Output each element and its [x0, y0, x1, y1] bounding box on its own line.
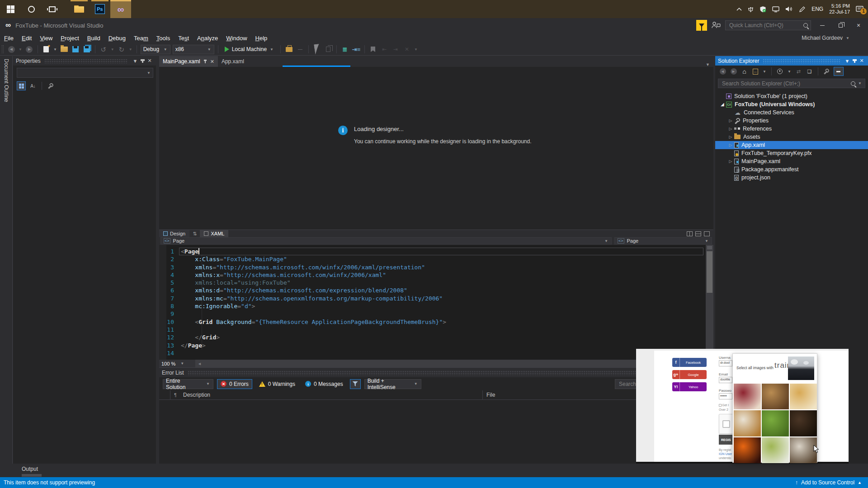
- username-field[interactable]: dr.dool: [719, 360, 732, 366]
- tree-item-package-appxmanifest[interactable]: Package.appxmanifest: [715, 165, 868, 174]
- solution-explorer-header[interactable]: Solution Explorer ▼ ✕: [715, 56, 868, 66]
- toolbar-grip[interactable]: [2, 45, 4, 53]
- code-line-10[interactable]: 10 <Grid Background="{ThemeResource Appl…: [159, 318, 703, 326]
- sync-with-active-document-button[interactable]: [751, 68, 759, 75]
- breadcrumb-right[interactable]: <> Page ▼: [614, 237, 712, 244]
- xaml-view-tab[interactable]: XAML: [200, 230, 228, 238]
- back-button[interactable]: ◄: [719, 68, 726, 75]
- warnings-filter-button[interactable]: 0 Warnings: [256, 379, 298, 389]
- copy-markup-button[interactable]: [324, 45, 333, 54]
- design-view-tab[interactable]: Design: [159, 230, 189, 238]
- selection-tool-button[interactable]: [312, 45, 321, 54]
- detach-button[interactable]: [296, 45, 305, 54]
- menu-team[interactable]: Team: [130, 33, 152, 43]
- categorized-button[interactable]: [17, 81, 26, 90]
- navigate-back-button[interactable]: ◄: [7, 45, 16, 54]
- pin-icon[interactable]: [139, 57, 146, 65]
- action-center-button[interactable]: 1: [856, 6, 863, 13]
- tree-item-project-json[interactable]: {}project.json: [715, 174, 868, 182]
- add-to-source-control-button[interactable]: ↑ Add to Source Control ▲: [795, 479, 868, 486]
- navigate-forward-button[interactable]: ►: [25, 45, 34, 54]
- newsletter-checkbox[interactable]: [719, 404, 722, 407]
- password-field[interactable]: ••••••: [719, 393, 732, 399]
- tree-item-assets[interactable]: ▷Assets: [715, 133, 868, 141]
- captcha-image-caramel-dessert[interactable]: [762, 384, 789, 409]
- menu-file[interactable]: File: [0, 33, 18, 43]
- breadcrumb-left[interactable]: <> Page ▼: [160, 237, 612, 244]
- visual-studio-taskbar-button[interactable]: ∞: [110, 0, 131, 18]
- pen-icon[interactable]: [799, 6, 806, 13]
- menu-help[interactable]: Help: [251, 33, 272, 43]
- forward-button[interactable]: ►: [730, 68, 737, 75]
- captcha-image-green-salad[interactable]: [762, 410, 789, 436]
- split-grip[interactable]: [707, 246, 712, 249]
- format-document-button[interactable]: ≣: [340, 45, 349, 54]
- chevron-down-icon[interactable]: ▼: [18, 47, 23, 52]
- output-tab[interactable]: Output: [22, 466, 38, 472]
- format-selection-button[interactable]: ⇥≡: [352, 45, 361, 54]
- save-button[interactable]: [71, 45, 80, 54]
- column-file[interactable]: File: [483, 392, 495, 398]
- chevron-down-icon[interactable]: ▼: [128, 47, 133, 52]
- tree-item-mainpage-xaml[interactable]: ▷MainPage.xaml: [715, 157, 868, 165]
- send-feedback-icon[interactable]: [712, 21, 721, 29]
- tree-item-references[interactable]: ▷References: [715, 125, 868, 133]
- captcha-image-breakfast-plate[interactable]: [734, 410, 761, 436]
- previous-bookmark-button[interactable]: ⇤: [380, 45, 389, 54]
- menu-test[interactable]: Test: [174, 33, 193, 43]
- next-bookmark-button[interactable]: ⇥: [391, 45, 400, 54]
- property-pages-button[interactable]: [46, 81, 55, 90]
- error-list-header[interactable]: Error List: [159, 368, 713, 377]
- code-line-14[interactable]: 14: [159, 349, 703, 357]
- document-list-chevron-icon[interactable]: ▼: [702, 62, 713, 67]
- code-line-1[interactable]: 1<Page: [159, 248, 703, 255]
- code-line-13[interactable]: 13</Page>: [159, 342, 703, 349]
- quick-launch-input[interactable]: [728, 22, 803, 29]
- xaml-code-editor[interactable]: 1<Page2 x:Class="FoxTube.MainPage"3 xmln…: [159, 245, 713, 360]
- menu-project[interactable]: Project: [57, 33, 83, 43]
- code-line-6[interactable]: 6 xmlns:d="http://schemas.microsoft.com/…: [159, 286, 703, 294]
- menu-analyze[interactable]: Analyze: [193, 33, 222, 43]
- messages-filter-button[interactable]: i 0 Messages: [302, 379, 346, 389]
- column-description[interactable]: Description: [180, 392, 482, 398]
- menu-edit[interactable]: Edit: [18, 33, 36, 43]
- tab-mainpage-xaml[interactable]: MainPage.xaml ✕: [159, 56, 218, 67]
- code-line-9[interactable]: 9: [159, 310, 703, 318]
- document-outline-tab[interactable]: Document Outline: [3, 59, 9, 102]
- solution-configuration-dropdown[interactable]: Debug ▼: [141, 45, 170, 54]
- captcha-image-coffee-beans[interactable]: [790, 410, 817, 436]
- filter-button[interactable]: [350, 379, 361, 389]
- menu-window[interactable]: Window: [222, 33, 251, 43]
- code-line-5[interactable]: 5 xmlns:local="using:FoxTube": [159, 279, 703, 286]
- collapse-all-button[interactable]: ❏: [806, 68, 813, 75]
- solution-platform-dropdown[interactable]: x86 ▼: [173, 45, 214, 54]
- zoom-dropdown[interactable]: 100 % ▼: [159, 360, 195, 367]
- home-button[interactable]: ⌂: [741, 68, 748, 75]
- quick-launch-box[interactable]: [725, 20, 811, 30]
- feedback-flag-button[interactable]: [696, 20, 707, 31]
- default-order-icon[interactable]: ¶: [174, 393, 176, 398]
- properties-object-dropdown[interactable]: ▼: [17, 68, 153, 78]
- alphabetical-button[interactable]: A↓: [28, 81, 38, 90]
- editor-vertical-scrollbar[interactable]: [706, 245, 713, 360]
- menu-tools[interactable]: Tools: [152, 33, 174, 43]
- tree-item-foxtube-temporarykey-pfx[interactable]: FoxTube_TemporaryKey.pfx: [715, 149, 868, 157]
- menu-build[interactable]: Build: [83, 33, 104, 43]
- clear-bookmarks-button[interactable]: ✕: [402, 45, 411, 54]
- expander-collapsed-icon[interactable]: ▷: [727, 118, 734, 123]
- solution-search-input[interactable]: [721, 80, 849, 87]
- swap-panes-icon[interactable]: ⇅: [189, 231, 200, 237]
- new-file-button[interactable]: [42, 45, 51, 54]
- newsletter-checkbox-label[interactable]: Get I: [722, 404, 729, 407]
- start-debugging-button[interactable]: Local Machine ▼: [222, 46, 277, 52]
- toggle-bookmark-button[interactable]: [368, 45, 377, 54]
- yahoo-login-button[interactable]: Y!Yahoo: [672, 382, 707, 391]
- vertical-split-icon[interactable]: [687, 231, 693, 236]
- captcha-image-strawberry-cake[interactable]: [734, 384, 761, 409]
- tab-app-xaml[interactable]: App.xaml: [218, 56, 248, 67]
- menu-view[interactable]: View: [36, 33, 57, 43]
- minimize-button[interactable]: [816, 20, 829, 31]
- expander-expanded-icon[interactable]: ◢: [719, 102, 726, 107]
- close-icon[interactable]: ✕: [858, 57, 865, 65]
- solution-explorer-search[interactable]: ▼: [718, 79, 865, 88]
